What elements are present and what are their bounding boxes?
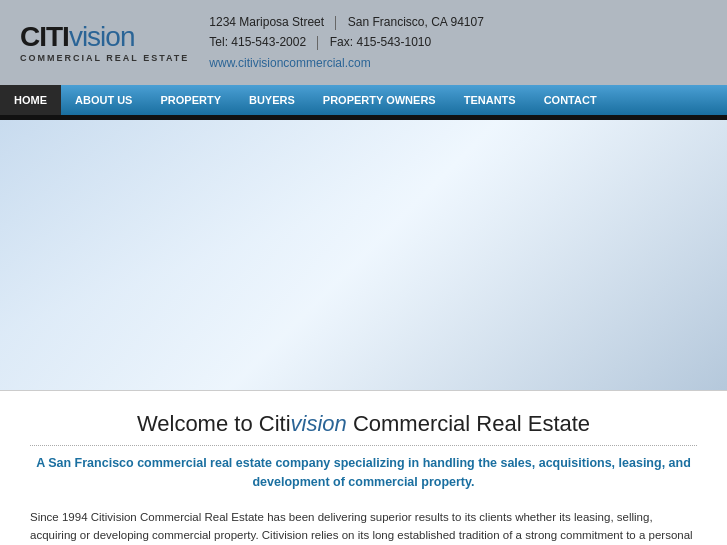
hero-inner xyxy=(0,120,727,390)
main-nav: HOME ABOUT US PROPERTY BUYERS PROPERTY O… xyxy=(0,85,727,115)
nav-item-home[interactable]: HOME xyxy=(0,85,61,115)
description: Since 1994 Citivision Commercial Real Es… xyxy=(30,508,697,545)
website-link[interactable]: www.citivisioncommercial.com xyxy=(209,56,370,70)
nav-item-buyers[interactable]: BUYERS xyxy=(235,85,309,115)
tagline: A San Francisco commercial real estate c… xyxy=(30,454,697,492)
logo-vision: vision xyxy=(69,21,135,52)
fax-label: Fax: 415-543-1010 xyxy=(330,35,431,49)
welcome-pre: Welcome to Citi xyxy=(137,411,291,436)
logo-citi: CITI xyxy=(20,21,69,52)
divider xyxy=(335,16,336,30)
welcome-highlight: vision xyxy=(291,411,347,436)
welcome-post: Commercial Real Estate xyxy=(347,411,590,436)
logo-subtitle: COMMERCIAL REAL ESTATE xyxy=(20,53,189,63)
nav-item-property-owners[interactable]: PROPERTY OWNERS xyxy=(309,85,450,115)
tel-label: Tel: 415-543-2002 xyxy=(209,35,306,49)
street-address: 1234 Mariposa Street xyxy=(209,15,324,29)
site-header: CITIvision COMMERCIAL REAL ESTATE 1234 M… xyxy=(0,0,727,85)
welcome-title: Welcome to Citivision Commercial Real Es… xyxy=(30,411,697,446)
website-line: www.citivisioncommercial.com xyxy=(209,53,484,73)
contact-info: 1234 Mariposa Street San Francisco, CA 9… xyxy=(209,12,484,73)
divider2 xyxy=(317,36,318,50)
city-state: San Francisco, CA 94107 xyxy=(348,15,484,29)
nav-item-contact[interactable]: CONTACT xyxy=(530,85,611,115)
phone-line: Tel: 415-543-2002 Fax: 415-543-1010 xyxy=(209,32,484,52)
logo: CITIvision COMMERCIAL REAL ESTATE xyxy=(20,23,189,63)
nav-item-property[interactable]: PROPERTY xyxy=(146,85,235,115)
logo-text: CITIvision xyxy=(20,23,189,51)
hero-image xyxy=(0,120,727,390)
address-line: 1234 Mariposa Street San Francisco, CA 9… xyxy=(209,12,484,32)
nav-item-tenants[interactable]: TENANTS xyxy=(450,85,530,115)
nav-item-about[interactable]: ABOUT US xyxy=(61,85,146,115)
main-content: Welcome to Citivision Commercial Real Es… xyxy=(0,390,727,545)
